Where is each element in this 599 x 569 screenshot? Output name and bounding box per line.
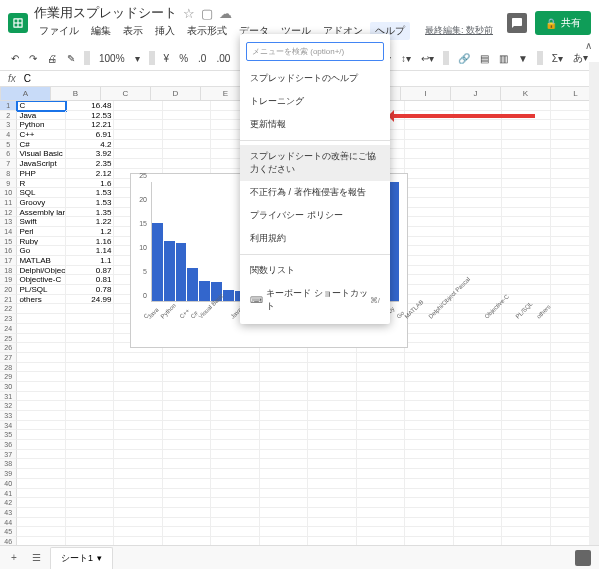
sheet-tab[interactable]: シート1 ▾ xyxy=(50,547,113,569)
cell[interactable]: 0.78 xyxy=(66,285,114,295)
cell[interactable] xyxy=(405,149,453,159)
cell[interactable] xyxy=(308,489,356,499)
zoom[interactable]: 100% xyxy=(96,51,128,66)
cell[interactable] xyxy=(405,188,453,198)
cell[interactable] xyxy=(405,430,453,440)
cell[interactable] xyxy=(502,450,550,460)
row-header[interactable]: 25 xyxy=(0,334,17,344)
cell[interactable] xyxy=(454,179,502,189)
cell[interactable] xyxy=(260,401,308,411)
cell[interactable] xyxy=(17,411,65,421)
cell[interactable] xyxy=(454,256,502,266)
cell[interactable] xyxy=(260,469,308,479)
cell[interactable] xyxy=(405,498,453,508)
cell[interactable] xyxy=(454,392,502,402)
col-header[interactable]: B xyxy=(51,87,101,101)
row-header[interactable]: 22 xyxy=(0,304,17,314)
cell[interactable]: 6.91 xyxy=(66,130,114,140)
cell[interactable] xyxy=(163,527,211,537)
wrap-icon[interactable]: ↩▾ xyxy=(418,51,437,66)
help-menu-item[interactable]: 関数リスト xyxy=(240,259,390,282)
col-header[interactable]: D xyxy=(151,87,201,101)
cell[interactable] xyxy=(405,227,453,237)
cell[interactable] xyxy=(405,508,453,518)
cell[interactable] xyxy=(454,382,502,392)
cell[interactable] xyxy=(502,430,550,440)
row-header[interactable]: 5 xyxy=(0,140,17,150)
cell[interactable] xyxy=(114,518,162,528)
cell[interactable] xyxy=(17,440,65,450)
cell[interactable] xyxy=(163,459,211,469)
cell[interactable]: C# xyxy=(17,140,65,150)
cell[interactable] xyxy=(17,343,65,353)
dec-inc[interactable]: .00 xyxy=(213,51,233,66)
cell[interactable] xyxy=(308,508,356,518)
comment-icon[interactable]: ▤ xyxy=(477,51,492,66)
row-header[interactable]: 4 xyxy=(0,130,17,140)
cell[interactable] xyxy=(260,363,308,373)
cell[interactable] xyxy=(454,227,502,237)
cell[interactable] xyxy=(66,363,114,373)
cell[interactable] xyxy=(163,440,211,450)
cell[interactable] xyxy=(502,440,550,450)
cell[interactable] xyxy=(405,469,453,479)
cell[interactable] xyxy=(17,382,65,392)
cell[interactable] xyxy=(114,130,162,140)
cell[interactable] xyxy=(405,518,453,528)
cell[interactable] xyxy=(357,459,405,469)
cell[interactable] xyxy=(454,198,502,208)
row-header[interactable]: 18 xyxy=(0,266,17,276)
cell[interactable] xyxy=(308,527,356,537)
cell[interactable] xyxy=(211,421,259,431)
cell[interactable] xyxy=(260,392,308,402)
star-icon[interactable]: ☆ xyxy=(183,6,195,21)
help-menu-item[interactable]: スプレッドシートのヘルプ xyxy=(240,67,390,90)
cell[interactable] xyxy=(17,304,65,314)
cell[interactable] xyxy=(308,479,356,489)
menu-view[interactable]: 表示 xyxy=(118,22,148,40)
cell[interactable] xyxy=(260,527,308,537)
cell[interactable] xyxy=(405,440,453,450)
cell[interactable] xyxy=(308,498,356,508)
chart-bar[interactable] xyxy=(152,223,163,301)
cell[interactable]: Perl xyxy=(17,227,65,237)
cell[interactable] xyxy=(454,411,502,421)
cell[interactable] xyxy=(405,256,453,266)
cell[interactable] xyxy=(114,450,162,460)
cell[interactable] xyxy=(405,130,453,140)
cell[interactable] xyxy=(66,459,114,469)
row-header[interactable]: 31 xyxy=(0,392,17,402)
cell[interactable] xyxy=(308,372,356,382)
cell[interactable] xyxy=(308,353,356,363)
cell[interactable] xyxy=(211,353,259,363)
move-icon[interactable]: ▢ xyxy=(201,6,213,21)
cell[interactable] xyxy=(17,421,65,431)
last-edit[interactable]: 最終編集: 数秒前 xyxy=(420,22,498,40)
cell[interactable] xyxy=(405,421,453,431)
row-header[interactable]: 24 xyxy=(0,324,17,334)
cell[interactable] xyxy=(114,140,162,150)
cell[interactable] xyxy=(357,527,405,537)
cell[interactable] xyxy=(114,111,162,121)
cell[interactable] xyxy=(114,508,162,518)
cell[interactable] xyxy=(502,518,550,528)
cell[interactable] xyxy=(454,479,502,489)
chart-bar[interactable] xyxy=(199,281,210,301)
cell[interactable] xyxy=(114,411,162,421)
link-icon[interactable]: 🔗 xyxy=(455,51,473,66)
cell[interactable] xyxy=(114,353,162,363)
cell[interactable] xyxy=(17,324,65,334)
cell[interactable] xyxy=(502,469,550,479)
cell[interactable]: MATLAB xyxy=(17,256,65,266)
cell[interactable] xyxy=(114,120,162,130)
cell[interactable] xyxy=(163,498,211,508)
cell[interactable]: Java xyxy=(17,111,65,121)
currency[interactable]: ¥ xyxy=(161,51,173,66)
cell[interactable] xyxy=(502,479,550,489)
cell[interactable]: 2.12 xyxy=(66,169,114,179)
cell[interactable]: 1.6 xyxy=(66,179,114,189)
cell[interactable] xyxy=(454,430,502,440)
cell[interactable] xyxy=(163,353,211,363)
cell[interactable] xyxy=(405,217,453,227)
collapse-icon[interactable]: ∧ xyxy=(582,38,595,53)
